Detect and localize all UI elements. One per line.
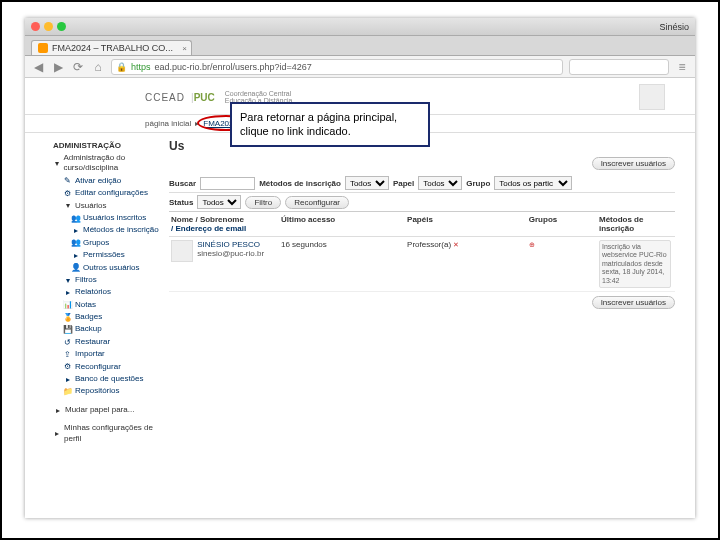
sidebar-label: Notas	[75, 300, 96, 310]
pencil-icon: ✎	[63, 176, 72, 185]
cell-role: Professor(a) ✕	[405, 237, 527, 292]
chevron-down-icon: ▾	[63, 201, 72, 210]
chart-icon: 📊	[63, 300, 72, 309]
sidebar-item-backup[interactable]: 💾Backup	[53, 323, 161, 335]
back-icon[interactable]: ◀	[31, 60, 45, 74]
sidebar-subgroup-users[interactable]: ▾Usuários	[53, 200, 161, 212]
table-header-row: Nome / Sobrenome / Endereço de email Últ…	[169, 212, 675, 237]
tab-title: FMA2024 – TRABALHO CO...	[52, 43, 173, 53]
favicon-icon	[38, 43, 48, 53]
users-icon: 👥	[71, 214, 80, 223]
methods-select[interactable]: Todos	[345, 176, 389, 190]
col-methods[interactable]: Métodos de inscrição	[597, 212, 675, 237]
url-input[interactable]: 🔒 https ead.puc-rio.br/enrol/users.php?i…	[111, 59, 563, 75]
enroll-users-button[interactable]: Inscrever usuários	[592, 157, 675, 170]
badge-icon: 🏅	[63, 313, 72, 322]
sidebar-item-groups[interactable]: 👥Grupos	[53, 237, 161, 249]
col-roles[interactable]: Papéis	[405, 212, 527, 237]
home-icon[interactable]: ⌂	[91, 60, 105, 74]
status-select[interactable]: Todos	[197, 195, 241, 209]
cell-method: Inscrição via webservice PUC-Rio matricu…	[597, 237, 675, 292]
cell-group: ⊕	[527, 237, 597, 292]
save-icon: 💾	[63, 325, 72, 334]
logo-ccead: CCEAD	[145, 92, 185, 103]
browser-window: Sinésio FMA2024 – TRABALHO CO... × ◀ ▶ ⟳…	[25, 18, 695, 518]
sidebar-item-reset[interactable]: ⚙Reconfigurar	[53, 361, 161, 373]
sidebar: ADMINISTRAÇÃO ▾Administração do curso/di…	[53, 139, 161, 445]
sidebar-label: Banco de questões	[75, 374, 144, 384]
zoom-icon[interactable]	[57, 22, 66, 31]
logo-puc: PUC	[194, 92, 215, 103]
sidebar-item-filters[interactable]: ▾Filtros	[53, 274, 161, 286]
enroll-row-top: Inscrever usuários	[169, 157, 675, 170]
sidebar-label: Relatórios	[75, 287, 111, 297]
sidebar-item-methods[interactable]: ▸Métodos de inscrição	[53, 224, 161, 236]
sidebar-group-admin[interactable]: ▾Administração do curso/disciplina	[53, 152, 161, 175]
restore-icon: ↺	[63, 338, 72, 347]
sidebar-label: Repositórios	[75, 386, 119, 396]
menu-icon[interactable]: ≡	[675, 60, 689, 74]
gear-icon: ⚙	[63, 189, 72, 198]
sidebar-item-otherusers[interactable]: 👤Outros usuários	[53, 262, 161, 274]
group-select[interactable]: Todos os partic	[494, 176, 572, 190]
callout-text: Para retornar a página principal, clique…	[240, 111, 397, 137]
url-scheme: https	[131, 62, 151, 72]
chevron-right-icon: ▸	[53, 429, 61, 438]
sidebar-item-reports[interactable]: ▸Relatórios	[53, 286, 161, 298]
user-name[interactable]: SINÉSIO PESCO	[197, 240, 264, 249]
remove-role-icon[interactable]: ✕	[453, 241, 459, 248]
sidebar-label: Usuários	[75, 201, 107, 211]
instruction-callout: Para retornar a página principal, clique…	[230, 102, 430, 147]
user-email: sinesio@puc-rio.br	[197, 249, 264, 258]
close-icon[interactable]	[31, 22, 40, 31]
chevron-right-icon: ▸	[71, 251, 80, 260]
page-content: CCEAD | PUC Coordenação Central Educação…	[25, 78, 695, 445]
filter-button[interactable]: Filtro	[245, 196, 281, 209]
enroll-row-bottom: Inscrever usuários	[169, 296, 675, 309]
mac-titlebar: Sinésio	[25, 18, 695, 36]
sidebar-item-repos[interactable]: 📁Repositórios	[53, 385, 161, 397]
sidebar-item-enrolled[interactable]: 👥Usuários inscritos	[53, 212, 161, 224]
filter-icon: ▾	[63, 276, 72, 285]
gear-icon: ⚙	[63, 362, 72, 371]
sidebar-item-settings[interactable]: ⚙Editar configurações	[53, 187, 161, 199]
sidebar-title: ADMINISTRAÇÃO	[53, 141, 161, 150]
tab-close-icon[interactable]: ×	[182, 44, 187, 53]
search-input[interactable]	[200, 177, 255, 190]
enroll-users-button-bottom[interactable]: Inscrever usuários	[592, 296, 675, 309]
user-avatar[interactable]	[639, 84, 665, 110]
sidebar-item-permissions[interactable]: ▸Permissões	[53, 249, 161, 261]
sidebar-item-edit[interactable]: ✎Ativar edição	[53, 175, 161, 187]
cell-user: SINÉSIO PESCO sinesio@puc-rio.br	[169, 237, 279, 292]
col-groups[interactable]: Grupos	[527, 212, 597, 237]
col-name[interactable]: Nome / Sobrenome / Endereço de email	[169, 212, 279, 237]
sidebar-group-profile[interactable]: ▸Minhas configurações de perfil	[53, 422, 161, 445]
col-lastaccess[interactable]: Último acesso	[279, 212, 405, 237]
breadcrumb-home[interactable]: página inicial	[145, 119, 191, 128]
sidebar-item-grades[interactable]: 📊Notas	[53, 299, 161, 311]
cell-lastaccess: 16 segundos	[279, 237, 405, 292]
folder-icon: 📁	[63, 387, 72, 396]
col-name-line1: Nome / Sobrenome	[171, 215, 277, 224]
sidebar-item-import[interactable]: ⇪Importar	[53, 348, 161, 360]
search-label: Buscar	[169, 179, 196, 188]
sidebar-item-badges[interactable]: 🏅Badges	[53, 311, 161, 323]
sidebar-group-switchrole[interactable]: ▸Mudar papel para...	[53, 404, 161, 416]
sidebar-label: Filtros	[75, 275, 97, 285]
tab-bar: FMA2024 – TRABALHO CO... ×	[25, 36, 695, 56]
reset-button[interactable]: Reconfigurar	[285, 196, 349, 209]
sidebar-label: Usuários inscritos	[83, 213, 146, 223]
browser-search-input[interactable]	[569, 59, 669, 75]
role-text: Professor(a)	[407, 240, 451, 249]
add-group-icon[interactable]: ⊕	[529, 241, 535, 248]
minimize-icon[interactable]	[44, 22, 53, 31]
sidebar-item-restore[interactable]: ↺Restaurar	[53, 336, 161, 348]
role-select[interactable]: Todos	[418, 176, 462, 190]
chevron-right-icon: ▸	[63, 288, 72, 297]
browser-tab[interactable]: FMA2024 – TRABALHO CO... ×	[31, 40, 192, 55]
sidebar-label: Permissões	[83, 250, 125, 260]
forward-icon[interactable]: ▶	[51, 60, 65, 74]
chevron-down-icon: ▾	[53, 159, 60, 168]
sidebar-item-questionbank[interactable]: ▸Banco de questões	[53, 373, 161, 385]
reload-icon[interactable]: ⟳	[71, 60, 85, 74]
